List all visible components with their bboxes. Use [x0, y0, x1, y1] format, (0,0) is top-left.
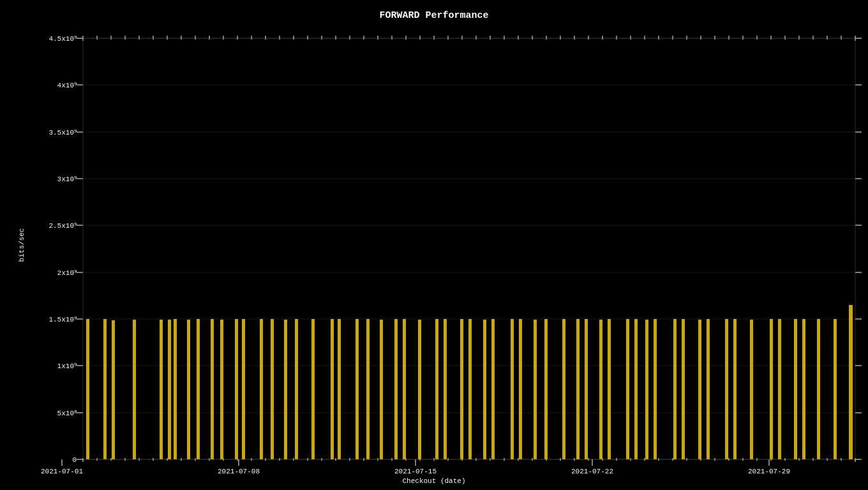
- svg-text:2x10⁹: 2x10⁹: [57, 269, 77, 277]
- svg-text:5x10⁸: 5x10⁸: [57, 410, 77, 417]
- svg-rect-172: [211, 319, 214, 459]
- svg-text:0: 0: [72, 456, 77, 464]
- svg-text:1x10⁹: 1x10⁹: [57, 362, 77, 370]
- svg-rect-169: [174, 319, 177, 459]
- svg-rect-170: [187, 320, 190, 459]
- svg-rect-202: [599, 320, 602, 459]
- svg-rect-186: [394, 319, 398, 459]
- svg-rect-196: [519, 319, 522, 459]
- svg-rect-209: [682, 319, 685, 459]
- svg-rect-189: [435, 319, 438, 459]
- svg-rect-192: [468, 319, 472, 459]
- svg-rect-197: [534, 320, 537, 459]
- svg-rect-211: [707, 319, 710, 459]
- svg-rect-182: [338, 319, 341, 459]
- svg-rect-185: [380, 320, 383, 459]
- svg-text:2021-07-22: 2021-07-22: [571, 468, 613, 475]
- svg-rect-218: [802, 319, 805, 459]
- chart-svg: 0 5x10⁸ 1x10⁹ 1.5x10⁹ 2x10⁹ 2.5x10⁹ 3x10…: [0, 0, 868, 490]
- svg-rect-199: [562, 319, 565, 459]
- svg-text:4.5x10⁹: 4.5x10⁹: [49, 35, 77, 43]
- svg-text:2021-07-01: 2021-07-01: [41, 468, 83, 475]
- svg-rect-179: [295, 319, 298, 459]
- svg-rect-221: [849, 305, 853, 459]
- svg-text:4x10⁹: 4x10⁹: [57, 82, 77, 89]
- svg-text:2021-07-08: 2021-07-08: [218, 468, 260, 475]
- svg-rect-187: [403, 319, 406, 459]
- svg-rect-193: [483, 320, 486, 459]
- svg-rect-163: [86, 319, 89, 459]
- chart-container: FORWARD Performance bits/sec Checkout (d…: [0, 0, 868, 490]
- svg-rect-165: [112, 320, 115, 459]
- svg-text:1.5x10⁹: 1.5x10⁹: [49, 316, 77, 323]
- svg-text:2.5x10⁹: 2.5x10⁹: [49, 222, 77, 230]
- svg-rect-181: [331, 319, 334, 459]
- svg-rect-207: [654, 319, 657, 459]
- svg-text:3x10⁹: 3x10⁹: [57, 175, 77, 183]
- svg-rect-178: [284, 320, 287, 459]
- svg-rect-174: [235, 319, 238, 459]
- svg-rect-220: [834, 319, 837, 459]
- svg-rect-195: [511, 319, 514, 459]
- svg-rect-212: [725, 319, 728, 459]
- svg-rect-198: [544, 319, 548, 459]
- svg-rect-216: [778, 319, 781, 459]
- svg-rect-180: [311, 319, 315, 459]
- svg-rect-191: [460, 319, 463, 459]
- svg-rect-175: [242, 319, 245, 459]
- svg-rect-206: [645, 320, 648, 459]
- svg-rect-208: [673, 319, 677, 459]
- svg-rect-190: [444, 319, 447, 459]
- svg-text:3.5x10⁹: 3.5x10⁹: [49, 129, 77, 137]
- svg-rect-171: [197, 319, 200, 459]
- svg-rect-177: [271, 319, 274, 459]
- svg-rect-166: [133, 320, 136, 459]
- svg-text:2021-07-15: 2021-07-15: [394, 468, 437, 475]
- svg-rect-167: [160, 320, 163, 459]
- svg-rect-194: [491, 319, 495, 459]
- svg-rect-214: [750, 320, 753, 459]
- svg-rect-205: [634, 319, 638, 459]
- svg-rect-204: [626, 319, 629, 459]
- svg-rect-176: [260, 319, 263, 459]
- svg-rect-210: [698, 320, 701, 459]
- svg-rect-215: [770, 319, 773, 459]
- svg-rect-168: [168, 320, 171, 459]
- svg-rect-213: [733, 319, 737, 459]
- svg-rect-188: [418, 320, 421, 459]
- svg-rect-201: [585, 319, 588, 459]
- svg-rect-164: [103, 319, 107, 459]
- svg-rect-183: [355, 319, 359, 459]
- svg-rect-200: [576, 319, 580, 459]
- svg-rect-173: [220, 320, 223, 459]
- svg-rect-203: [608, 319, 611, 459]
- svg-rect-217: [794, 319, 797, 459]
- svg-text:2021-07-29: 2021-07-29: [748, 468, 790, 475]
- svg-rect-219: [817, 319, 820, 459]
- svg-rect-184: [366, 319, 370, 459]
